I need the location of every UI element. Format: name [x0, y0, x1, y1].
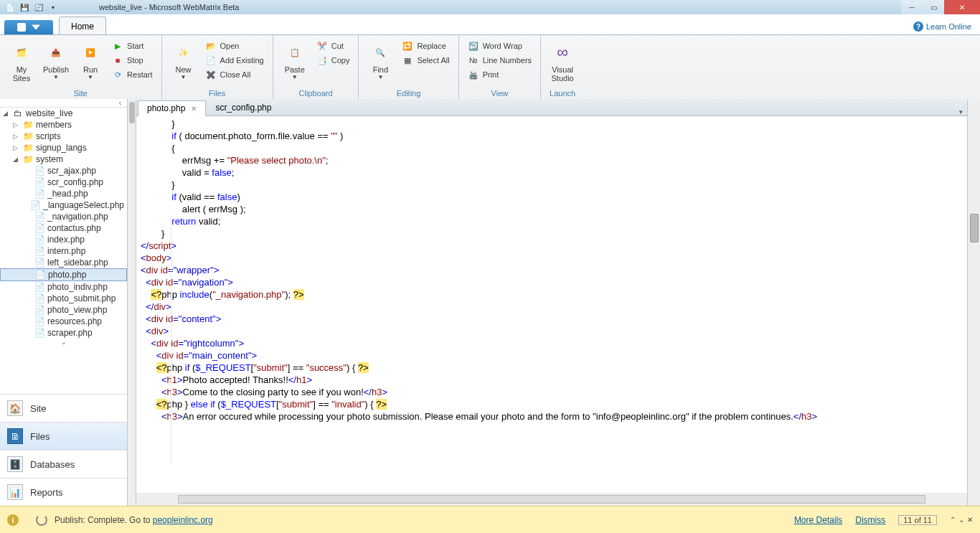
up-arrow-icon[interactable]: ⌃	[950, 516, 956, 524]
my-sites-button[interactable]: 🗂️My Sites	[6, 39, 37, 84]
counter-arrows[interactable]: ⌃⌄✕	[950, 516, 973, 524]
ribbon-tab-home[interactable]: Home	[59, 16, 106, 34]
word-wrap-button[interactable]: ↩️Word Wrap	[465, 39, 534, 52]
nav-databases[interactable]: 🗄️Databases	[0, 450, 127, 478]
line-numbers-button[interactable]: №Line Numbers	[465, 54, 534, 67]
database-icon: 🗄️	[7, 456, 23, 472]
tree-file[interactable]: 📄intern.php	[0, 245, 127, 257]
tab-close-icon[interactable]: ✕	[191, 105, 197, 113]
ribbon-tab-row: Home ?Learn Online	[0, 14, 980, 34]
tree-scroll-down-icon[interactable]: ⌄	[0, 339, 127, 346]
status-text: Publish: Complete. Go to peopleinlinc.or…	[55, 515, 213, 525]
window-buttons: ─ ▭ ✕	[901, 0, 980, 14]
maximize-button[interactable]: ▭	[923, 0, 944, 14]
nav-site[interactable]: 🏠Site	[0, 394, 127, 422]
spinner-icon	[36, 514, 47, 526]
workspace: ‹ ◢🗀website_live ▷📁members ▷📁scripts ▷📁s…	[0, 99, 980, 506]
pane-collapse-icon[interactable]: ‹	[0, 99, 127, 108]
tabs-dropdown-icon[interactable]: ▾	[954, 108, 967, 115]
open-button[interactable]: 📂Open	[202, 39, 267, 52]
tree-file-selected[interactable]: 📄photo.php	[0, 268, 127, 281]
qat-icon-1[interactable]: 📄	[4, 1, 16, 13]
tree-file[interactable]: 📄_navigation.php	[0, 211, 127, 222]
window-title: website_live - Microsoft WebMatrix Beta	[63, 3, 901, 11]
tree-file[interactable]: 📄scr_ajax.php	[0, 165, 127, 176]
editor-pane: photo.php✕ scr_config.php ▾ } if ( docum…	[128, 99, 980, 506]
visual-studio-button[interactable]: ∞Visual Studio	[547, 39, 578, 84]
down-arrow-icon[interactable]: ⌄	[958, 516, 964, 524]
nav-reports[interactable]: 📊Reports	[0, 478, 127, 506]
learn-online-link[interactable]: ?Learn Online	[913, 22, 971, 34]
run-button[interactable]: ▶️Run▼	[75, 39, 106, 82]
tab-photo[interactable]: photo.php✕	[138, 100, 206, 116]
publish-button[interactable]: 📤Publish▼	[40, 39, 72, 82]
ribbon-group-editing: 🔍Find▼ 🔁Replace ▦Select All Editing	[359, 35, 458, 99]
ribbon-group-clipboard: 📋Paste▼ ✂️Cut 📑Copy Clipboard	[273, 35, 359, 99]
ribbon-group-launch: ∞Visual Studio Launch	[541, 35, 584, 99]
quick-access-toolbar: 📄 💾 🔄 ▼	[0, 1, 63, 13]
select-all-button[interactable]: ▦Select All	[399, 54, 452, 67]
add-existing-button[interactable]: 📄Add Existing	[202, 54, 267, 67]
cut-button[interactable]: ✂️Cut	[314, 39, 353, 52]
tree-file[interactable]: 📄photo_submit.php	[0, 293, 127, 304]
ribbon-group-view: ↩️Word Wrap №Line Numbers 🖨️Print View	[459, 35, 541, 99]
status-bar: i Publish: Complete. Go to peopleinlinc.…	[0, 506, 980, 533]
ribbon-area: Home ?Learn Online 🗂️My Sites 📤Publish▼ …	[0, 14, 980, 100]
replace-button[interactable]: 🔁Replace	[399, 39, 452, 52]
file-tree[interactable]: ◢🗀website_live ▷📁members ▷📁scripts ▷📁sig…	[0, 108, 127, 346]
horizontal-scrollbar[interactable]	[136, 493, 967, 506]
more-details-link[interactable]: More Details	[794, 515, 842, 525]
dismiss-link[interactable]: Dismiss	[855, 515, 885, 525]
publish-counter: 11 of 11	[898, 515, 937, 525]
editor-column: photo.php✕ scr_config.php ▾ } if ( docum…	[136, 99, 967, 506]
stop-button[interactable]: ■Stop	[109, 54, 155, 67]
workspace-navbar: 🏠Site 🗎Files 🗄️Databases 📊Reports	[0, 394, 127, 506]
tree-folder-system[interactable]: ◢📁system	[0, 154, 127, 165]
tree-file[interactable]: 📄_head.php	[0, 188, 127, 199]
tree-file[interactable]: 📄_languageSelect.php	[0, 199, 127, 211]
tree-file[interactable]: 📄resources.php	[0, 316, 127, 327]
title-bar: 📄 💾 🔄 ▼ website_live - Microsoft WebMatr…	[0, 0, 980, 14]
close-status-icon[interactable]: ✕	[967, 516, 973, 524]
help-icon: ?	[913, 22, 923, 32]
file-menu-button[interactable]	[4, 20, 53, 34]
ribbon-group-files: ✨New▼ 📂Open 📄Add Existing ✖️Close All Fi…	[162, 35, 273, 99]
qat-dropdown-icon[interactable]: ▼	[47, 1, 59, 13]
copy-button[interactable]: 📑Copy	[314, 54, 353, 67]
paste-button[interactable]: 📋Paste▼	[279, 39, 311, 82]
home-icon: 🏠	[7, 400, 23, 416]
qat-save-icon[interactable]: 💾	[19, 1, 30, 13]
qat-refresh-icon[interactable]: 🔄	[33, 1, 44, 13]
tree-folder[interactable]: ▷📁members	[0, 119, 127, 131]
code-editor[interactable]: } if ( document.photo_form.file.value ==…	[136, 116, 967, 493]
tree-file[interactable]: 📄left_sidebar.php	[0, 257, 127, 268]
tree-file[interactable]: 📄photo_view.php	[0, 304, 127, 316]
close-all-button[interactable]: ✖️Close All	[202, 68, 267, 81]
minimize-button[interactable]: ─	[901, 0, 923, 14]
tree-root[interactable]: ◢🗀website_live	[0, 108, 127, 119]
tree-file[interactable]: 📄photo_indiv.php	[0, 281, 127, 293]
tab-scr-config[interactable]: scr_config.php	[206, 100, 281, 115]
vertical-scrollbar[interactable]	[967, 99, 980, 506]
start-button[interactable]: ▶Start	[109, 39, 155, 52]
find-button[interactable]: 🔍Find▼	[364, 39, 396, 82]
nav-files[interactable]: 🗎Files	[0, 422, 127, 450]
close-button[interactable]: ✕	[944, 0, 980, 14]
files-icon: 🗎	[7, 428, 23, 444]
tree-file[interactable]: 📄index.php	[0, 234, 127, 245]
new-button[interactable]: ✨New▼	[168, 39, 199, 82]
reports-icon: 📊	[7, 484, 23, 500]
print-button[interactable]: 🖨️Print	[465, 68, 534, 81]
tree-folder[interactable]: ▷📁scripts	[0, 131, 127, 142]
tree-folder[interactable]: ▷📁signup_langs	[0, 142, 127, 154]
document-tabs: photo.php✕ scr_config.php ▾	[136, 99, 967, 116]
tree-file[interactable]: 📄contactus.php	[0, 222, 127, 234]
tree-scrollbar[interactable]	[128, 99, 136, 506]
publish-link[interactable]: peopleinlinc.org	[153, 515, 213, 525]
restart-button[interactable]: ⟳Restart	[109, 68, 155, 81]
tree-file[interactable]: 📄scr_config.php	[0, 176, 127, 188]
ribbon-group-site: 🗂️My Sites 📤Publish▼ ▶️Run▼ ▶Start ■Stop…	[0, 35, 162, 99]
tree-file[interactable]: 📄scraper.php	[0, 327, 127, 339]
ribbon-body: 🗂️My Sites 📤Publish▼ ▶️Run▼ ▶Start ■Stop…	[0, 34, 980, 99]
info-icon: i	[7, 514, 19, 526]
